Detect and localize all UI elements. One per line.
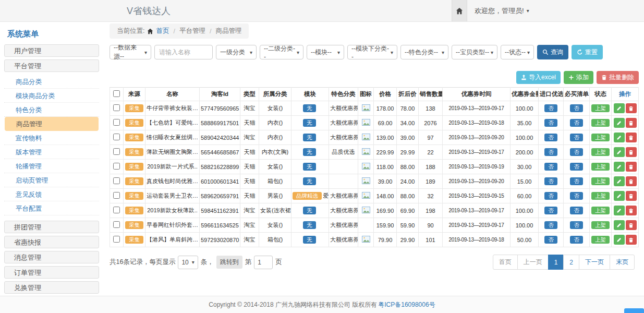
row-checkbox[interactable] [113,192,120,199]
sidebar-item[interactable]: 平台配置 [4,201,99,215]
status-badge[interactable]: 上架 [591,148,610,156]
jump-button[interactable]: 跳转到 [216,256,242,269]
page-button[interactable]: 1 [548,255,564,270]
page-button[interactable]: 下一页 [579,255,610,270]
home-button[interactable] [452,0,467,21]
sidebar-item[interactable]: 商品分类 [4,75,99,89]
status-badge[interactable]: 上架 [591,104,610,112]
page-button[interactable]: 2 [563,255,579,270]
must-buy-toggle[interactable]: 否 [570,177,583,185]
must-buy-toggle[interactable]: 否 [570,221,583,229]
search-button[interactable]: 查询 [537,45,568,59]
row-checkbox[interactable] [113,134,120,140]
jump-page-input[interactable] [254,256,273,269]
sidebar-item[interactable]: 拼团管理 [4,221,99,233]
data-source-select[interactable]: --数据来源-- ▾ [110,45,151,59]
user-menu[interactable]: 欢迎您，管理员! ▾ [475,6,529,16]
sidebar-item[interactable]: 意见反馈 [4,187,99,201]
delete-button[interactable] [626,133,637,142]
imported-toggle[interactable]: 否 [544,134,557,141]
row-checkbox[interactable] [113,207,120,213]
select-all-checkbox[interactable] [113,90,120,97]
imported-toggle[interactable]: 否 [544,221,557,229]
must-buy-toggle[interactable]: 否 [570,134,583,141]
edit-button[interactable] [614,162,625,172]
filter-select[interactable]: --二级分类-- ▾ [260,45,303,59]
filter-select[interactable]: 一级分类 ▾ [216,45,257,59]
page-button[interactable]: 首页 [493,255,518,270]
sidebar-item[interactable]: 平台管理 [4,59,99,72]
delete-button[interactable] [626,206,637,215]
status-badge[interactable]: 上架 [591,221,610,229]
import-excel-button[interactable]: 导入excel [516,71,561,84]
must-buy-toggle[interactable]: 否 [570,236,583,244]
row-checkbox[interactable] [113,221,120,228]
sidebar-item[interactable]: 版本管理 [4,145,99,159]
imported-toggle[interactable]: 否 [544,192,557,200]
must-buy-toggle[interactable]: 否 [570,192,583,200]
delete-button[interactable] [626,235,637,245]
filter-select[interactable]: --模块下分类-- ▾ [347,45,397,59]
delete-button[interactable] [626,147,637,157]
must-buy-toggle[interactable]: 否 [570,207,583,214]
status-badge[interactable]: 上架 [591,163,610,171]
filter-select[interactable]: --宝贝类型-- ▾ [452,45,497,59]
imported-toggle[interactable]: 否 [544,163,557,171]
edit-button[interactable] [614,235,625,245]
row-checkbox[interactable] [113,104,120,111]
icp-link[interactable]: 粤ICP备16098006号 [378,300,435,309]
imported-toggle[interactable]: 否 [544,207,557,214]
row-checkbox[interactable] [113,236,120,243]
sidebar-item[interactable]: 消息管理 [4,251,99,263]
sidebar-item[interactable]: 启动页管理 [4,173,99,187]
must-buy-toggle[interactable]: 否 [570,148,583,156]
filter-select[interactable]: --状态-- ▾ [501,45,534,59]
imported-toggle[interactable]: 否 [544,148,557,156]
edit-button[interactable] [614,220,625,230]
must-buy-toggle[interactable]: 否 [570,104,583,112]
row-checkbox[interactable] [113,119,120,126]
add-button[interactable]: 添加 [564,71,593,84]
imported-toggle[interactable]: 否 [544,119,557,127]
delete-button[interactable] [626,191,637,201]
must-buy-toggle[interactable]: 否 [570,163,583,171]
delete-button[interactable] [626,176,637,186]
edit-button[interactable] [614,133,625,142]
delete-button[interactable] [626,103,637,113]
delete-button[interactable] [626,118,637,128]
sidebar-item[interactable]: 商品管理 [5,117,99,131]
edit-button[interactable] [614,147,625,157]
edit-button[interactable] [614,118,625,128]
sidebar-item[interactable]: 兑换管理 [4,281,99,294]
breadcrumb-home-link[interactable]: 首页 [156,27,169,35]
sidebar-item[interactable]: 省惠快报 [4,236,99,248]
status-badge[interactable]: 上架 [591,134,610,141]
sidebar-item[interactable]: 用户管理 [4,44,99,57]
row-checkbox[interactable] [113,177,120,184]
per-page-select[interactable]: 10 ▾ [178,256,198,269]
sidebar-item[interactable]: 轮播管理 [4,159,99,173]
edit-button[interactable] [614,206,625,215]
edit-button[interactable] [614,191,625,201]
edit-button[interactable] [614,103,625,113]
page-button[interactable]: 末页 [610,255,635,270]
reset-button[interactable]: 重置 [572,45,603,59]
batch-delete-button[interactable]: 批量删除 [597,71,639,84]
sidebar-item[interactable]: 模块商品分类 [4,89,99,103]
edit-button[interactable] [614,176,625,186]
status-badge[interactable]: 上架 [591,192,610,200]
page-button[interactable]: 上一页 [517,255,549,270]
imported-toggle[interactable]: 否 [544,104,557,112]
row-checkbox[interactable] [113,148,120,155]
filter-select[interactable]: --模块-- ▾ [307,45,344,59]
sidebar-item[interactable]: 宣传物料 [4,131,99,145]
delete-button[interactable] [626,162,637,172]
status-badge[interactable]: 上架 [591,177,610,185]
status-badge[interactable]: 上架 [591,207,610,214]
must-buy-toggle[interactable]: 否 [570,119,583,127]
status-badge[interactable]: 上架 [591,236,610,244]
filter-select[interactable]: --特色分类-- ▾ [400,45,448,59]
imported-toggle[interactable]: 否 [544,236,557,244]
row-checkbox[interactable] [113,163,120,170]
imported-toggle[interactable]: 否 [544,177,557,185]
